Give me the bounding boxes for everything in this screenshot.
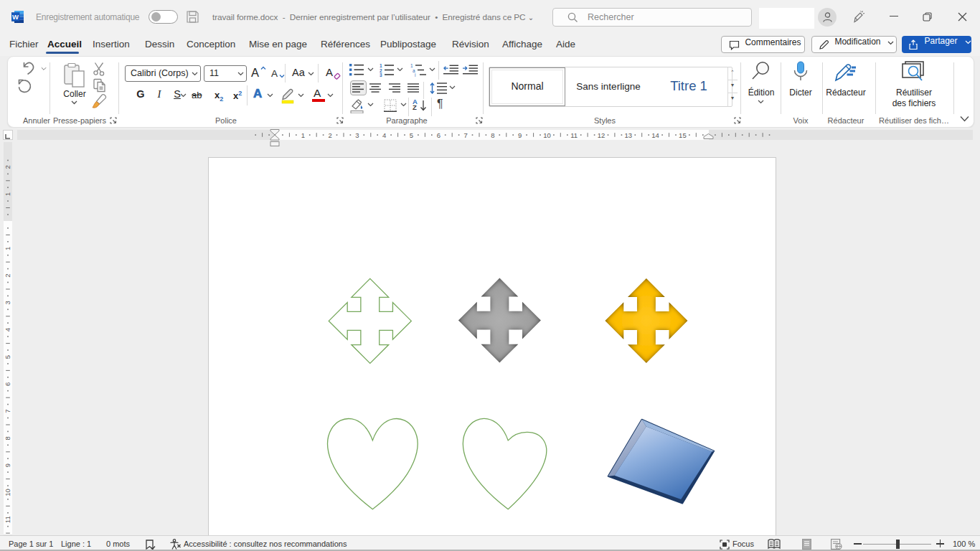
svg-text:W: W	[12, 13, 19, 21]
svg-text:13: 13	[625, 131, 633, 138]
svg-text:6: 6	[437, 131, 440, 138]
svg-text:1: 1	[301, 131, 305, 138]
svg-text:9: 9	[4, 463, 11, 467]
svg-text:5: 5	[410, 131, 413, 138]
svg-text:9: 9	[518, 131, 522, 138]
svg-text:8: 8	[491, 131, 494, 138]
svg-text:4: 4	[382, 131, 386, 138]
svg-text:8: 8	[4, 436, 11, 440]
svg-text:11: 11	[4, 516, 11, 523]
svg-text:10: 10	[4, 489, 11, 496]
svg-text:14: 14	[651, 131, 659, 138]
svg-text:11: 11	[570, 131, 578, 138]
svg-text:15: 15	[679, 131, 687, 138]
svg-text:5: 5	[4, 354, 11, 358]
svg-text:7: 7	[4, 409, 11, 413]
svg-text:4: 4	[4, 328, 11, 331]
svg-text:3: 3	[380, 72, 382, 77]
svg-text:2: 2	[4, 273, 11, 277]
svg-text:2: 2	[4, 165, 11, 169]
svg-text:7: 7	[463, 131, 467, 138]
svg-text:i: i	[415, 72, 415, 77]
svg-text:1: 1	[4, 192, 11, 196]
svg-text:3: 3	[355, 131, 359, 138]
svg-text:1: 1	[4, 246, 11, 250]
svg-text:6: 6	[4, 382, 11, 385]
svg-text:12: 12	[598, 131, 606, 138]
svg-text:10: 10	[543, 131, 551, 138]
svg-text:3: 3	[4, 301, 11, 304]
svg-text:2: 2	[328, 131, 331, 138]
